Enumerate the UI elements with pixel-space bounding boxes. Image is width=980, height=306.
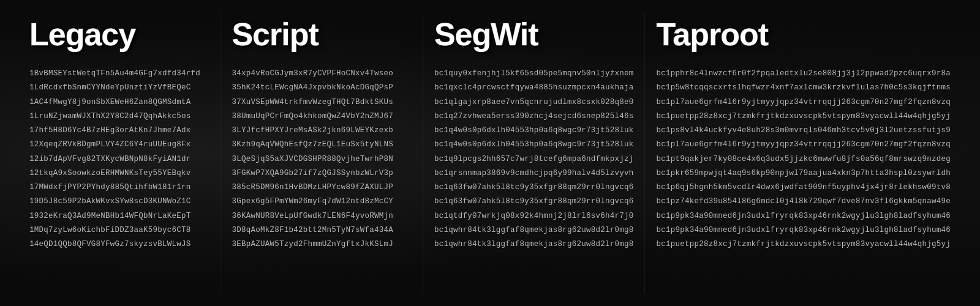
segwit-address-list: bc1quy0xfenjhjl5kf65sd05pe5mqnv50nljyžxn… xyxy=(434,67,634,251)
address-item[interactable]: 3D8qAoMkZ8F1b42btt2Mn5TyN7sWfa434A xyxy=(232,224,411,237)
address-item[interactable]: 1MDq7zyLw6oKichbFiDDZ3aaK59byc6CT8 xyxy=(29,224,209,237)
taproot-title: Taproot xyxy=(656,12,951,50)
page-container: Legacy1BvBMSEYstWetqTFn5Au4m4GFg7xdfd34r… xyxy=(0,0,980,306)
legacy-address-list: 1BvBMSEYstWetqTFn5Au4m4GFg7xdfd34rfd1LdR… xyxy=(29,67,209,251)
address-item[interactable]: bc1ps8vl4k4uckfyv4e8uh28s3m0mvrqls046mh3… xyxy=(656,124,951,137)
address-item[interactable]: bc1q4w0s0p6dxlh04553hp0a6q8wgc9r73jt528l… xyxy=(434,124,634,137)
address-item[interactable]: 19D5J8c59P2bAkWKvxSYw8scD3KUNWoZ1C xyxy=(29,195,209,208)
address-item[interactable]: 3LYJfcfHPXYJreMsASk2jkn69LWEYKzexb xyxy=(232,124,411,137)
script-address-list: 34xp4vRoCGJym3xR7yCVPFHoCNxv4Twseo35hK24… xyxy=(232,67,411,251)
address-item[interactable]: bc1q63fw07ahk5l8tc9y35xfgr88qm29rr0lngvc… xyxy=(434,181,634,194)
address-item[interactable]: 35hK24tcLEWcgNA4JxpvbkNkoAcDGqQPsP xyxy=(232,81,411,94)
address-item[interactable]: 3Kzh9qAqVWQhEsfQz7zEQL1EuSx5tyNLNS xyxy=(232,138,411,151)
address-item[interactable]: bc1pz74kefd39u854l86g6mdcl0j4l8k729qwf7d… xyxy=(656,195,951,208)
column-legacy: Legacy1BvBMSEYstWetqTFn5Au4m4GFg7xdfd34r… xyxy=(18,12,221,294)
script-title: Script xyxy=(232,12,411,50)
legacy-title: Legacy xyxy=(29,12,209,50)
address-item[interactable]: bc1qwhr84tk3lggfaf8qmekjas8rg62uw8d2lr0m… xyxy=(434,238,634,251)
address-item[interactable]: 1BvBMSEYstWetqTFn5Au4m4GFg7xdfd34rfd xyxy=(29,67,209,80)
address-item[interactable]: bc1pl7aue6grfm4l6r9yjtmyyjqpz34vtrrqqjj2… xyxy=(656,138,951,151)
address-item[interactable]: bc1p6qj5hgnh5km5vcdlr4dwx6jwdfat909nf5uy… xyxy=(656,181,951,194)
address-item[interactable]: bc1qrsnnmap3869v9cmdhcjpq6y99halv4d5lzvy… xyxy=(434,167,634,180)
address-item[interactable]: bc1puetpp28z8xcj7tzmkfrjtkdzxuvscpk5vtsp… xyxy=(656,110,951,123)
address-item[interactable]: bc1q9lpcgs2hh657c7wrj8tcefg6mpa6ndfmkpxj… xyxy=(434,153,634,166)
address-item[interactable]: 37XuVSEpWW4trkfmvWzegTHQt7BdktSKUs xyxy=(232,96,411,109)
address-item[interactable]: bc1p9pk34a90mned6jn3udxlfryrqk83xp46rnk2… xyxy=(656,210,951,223)
address-item[interactable]: bc1pl7aue6grfm4l6r9yjtmyyjqpz34vtrrqqjj2… xyxy=(656,96,951,109)
address-item[interactable]: 3EBpAZUAW5Tzyd2FhmmUZnYgftxJkKSLmJ xyxy=(232,238,411,251)
taproot-address-list: bc1pphr8c4lnwzcf6r0f2fpqaledtxlu2se808jj… xyxy=(656,67,951,251)
address-item[interactable]: 12tkqA9xSoowkzoERHMWNKsTey55YEBqkv xyxy=(29,167,209,180)
address-item[interactable]: 36KAwNUR8VeLpUfGwdk7LEN6F4yvoRWMjn xyxy=(232,210,411,223)
address-item[interactable]: bc1q63fw07ahk5l8tc9y35xfgr88qm29rr0lngvc… xyxy=(434,195,634,208)
address-item[interactable]: 1LdRcdxfbSnmCYYNdeYpUnztiYzVfBEQeC xyxy=(29,81,209,94)
address-item[interactable]: bc1pt9qakjer7ky08ce4x6q3udx5jjzkc6mwwfu8… xyxy=(656,153,951,166)
address-item[interactable]: bc1qxclc4prcwsctfqywa4885hsuzmpcxn4aukha… xyxy=(434,81,634,94)
column-segwit: SegWitbc1quy0xfenjhjl5kf65sd05pe5mqnv50n… xyxy=(423,12,646,294)
column-script: Script34xp4vRoCGJym3xR7yCVPFHoCNxv4Twseo… xyxy=(221,12,423,294)
address-item[interactable]: bc1qwhr84tk3lggfaf8qmekjas8rg62uw8d2lr0m… xyxy=(434,224,634,237)
segwit-title: SegWit xyxy=(434,12,634,50)
address-item[interactable]: 38UmuUqPCrFmQo4khkomQwZ4VbY2nZMJ67 xyxy=(232,110,411,123)
address-item[interactable]: bc1pphr8c4lnwzcf6r0f2fpqaledtxlu2se808jj… xyxy=(656,67,951,80)
address-item[interactable]: bc1q4w0s0p6dxlh04553hp0a6q8wgc9r73jt528l… xyxy=(434,138,634,151)
address-item[interactable]: 12XqeqZRVkBDgmPLVY4ZC6Y4ruUUEug8Fx xyxy=(29,138,209,151)
address-item[interactable]: 1LruNZjwamWJXThX2Y8C2d47QqhAkkc5os xyxy=(29,110,209,123)
address-item[interactable]: 17MWdxfjPYP2PYhdy885QtihfbW181r1rn xyxy=(29,181,209,194)
address-item[interactable]: bc1pkr659mpwjqt4aq9s6kp90npjwl79aajua4xk… xyxy=(656,167,951,180)
address-item[interactable]: 12ib7dApVFvg82TXKycWBNpN8kFyiAN1dr xyxy=(29,153,209,166)
address-item[interactable]: bc1puetpp28z8xcj7tzmkfrjtkdzxuvscpk5vtsp… xyxy=(656,238,951,251)
address-item[interactable]: 34xp4vRoCGJym3xR7yCVPFHoCNxv4Twseo xyxy=(232,67,411,80)
address-item[interactable]: bc1p9pk34a90mned6jn3udxlfryrqk83xp46rnk2… xyxy=(656,224,951,237)
address-item[interactable]: 3Gpex6g5FPmYWm26myFq7dW12ntd8zMcCY xyxy=(232,195,411,208)
address-item[interactable]: 3FGKwP7XQA9Gb27if7zQGJSSynbzWLrV3p xyxy=(232,167,411,180)
address-item[interactable]: 14eQD1QQb8QFVG8YFwGz7skyzsvBLWLwJS xyxy=(29,238,209,251)
address-item[interactable]: bc1p5w8tcqqscxrtslhqfwzr4xnf7axlcmw3krzk… xyxy=(656,81,951,94)
address-item[interactable]: bc1q27zvhwea5erss390zhcj4sejcd6snep825l4… xyxy=(434,110,634,123)
address-item[interactable]: bc1qlgajxrp8aee7vn5qcnrujudlmx8csxk028q8… xyxy=(434,96,634,109)
address-item[interactable]: 17hf5H8D6Yc4B7zHEg3orAtKn7Jhme7Adx xyxy=(29,124,209,137)
column-taproot: Taprootbc1pphr8c4lnwzcf6r0f2fpqaledtxlu2… xyxy=(645,12,962,294)
address-item[interactable]: bc1quy0xfenjhjl5kf65sd05pe5mqnv50nljyžxn… xyxy=(434,67,634,80)
address-item[interactable]: 1AC4fMwgY8j9onSbXEWeH6Zan8QGMSdmtA xyxy=(29,96,209,109)
address-item[interactable]: 1932eKraQ3Ad9MeNBHb14WFQbNrLaKeEpT xyxy=(29,210,209,223)
address-item[interactable]: 3LQeSjqS5aXJVCDGSHPR88QvjheTwrhP8N xyxy=(232,153,411,166)
address-item[interactable]: 385cR5DM96n1HvBDMzLHPYcw89fZAXULJP xyxy=(232,181,411,194)
address-item[interactable]: bc1qtdfy07wrkjq08x92k4hmnj2j8lrl6sv6h4r7… xyxy=(434,210,634,223)
